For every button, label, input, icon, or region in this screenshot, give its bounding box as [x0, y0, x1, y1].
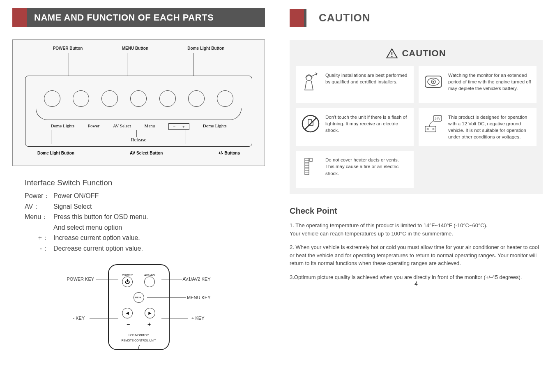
page-right: CAUTION CAUTION Quality installations ar…	[277, 0, 555, 295]
btn-label-av: AV Select	[113, 123, 131, 130]
device-diagram: POWER Button MENU Button Dome Light Butt…	[12, 39, 265, 166]
sw-power-v: Power ON/OFF	[53, 191, 99, 201]
check-p1: 1. The operating temperature of this pro…	[290, 222, 488, 228]
sw-minus-k: -：	[25, 243, 53, 254]
device-body: Dome Lights Power AV Select Menu − + Dom…	[25, 76, 252, 147]
remote-label-minus: - KEY	[73, 316, 85, 321]
caution-text-heater: Do not cover heater ducts or vents. This…	[325, 157, 409, 176]
remote-btn-power: ⏻	[122, 277, 133, 287]
sw-menu-k: Menu：	[25, 212, 53, 222]
switch-title: Interface Switch Function	[25, 178, 253, 187]
sw-menu-v2: And select menu option	[53, 222, 122, 233]
sw-av-v: Signal Select	[53, 201, 92, 212]
btn-label-menu: Menu	[145, 123, 155, 130]
check-p1b: Your vehicle can reach temperatures up t…	[290, 231, 453, 237]
caution-card-touch: Don't touch the unit if there is a flash…	[296, 108, 414, 146]
btn-menu	[130, 90, 147, 107]
remote-pm-plus: +	[147, 321, 151, 327]
remote-pm-minus: −	[127, 321, 130, 327]
svg-point-1	[391, 56, 393, 57]
sw-power-k: Power：	[25, 191, 53, 201]
remote-btn-av	[144, 277, 155, 287]
btn-av-select	[101, 90, 118, 107]
remote-diagram: POWER KEY AV1/AV2 KEY MENU KEY - KEY + K…	[12, 264, 265, 350]
label-power-btn: POWER Button	[53, 46, 83, 51]
remote-tiny-av: AV1/AV2	[144, 274, 155, 277]
label-av-bottom: AV Select Button	[74, 151, 219, 155]
caution-text-touch: Don't touch the unit if there is a flash…	[325, 114, 409, 134]
svg-point-13	[433, 128, 434, 130]
no-touch-icon	[301, 114, 320, 134]
caution-card-install: Quality installations are best performed…	[296, 66, 414, 103]
remote-body: POWER ⏻ AV1/AV2 MENU ◄ ► −	[108, 264, 170, 350]
header-accent-r	[290, 9, 304, 27]
installer-icon	[301, 72, 320, 92]
device-shape	[36, 108, 242, 120]
remote-label-power: POWER KEY	[67, 277, 94, 281]
btn-label-pm: − +	[168, 123, 189, 130]
remote-btn-plus: ►	[145, 308, 155, 318]
header-bar-left: NAME AND FUNCTION OF EACH PARTS	[12, 8, 265, 27]
check-point-section: Check Point 1. The operating temperature…	[290, 206, 543, 281]
switch-function-section: Interface Switch Function Power：Power ON…	[12, 178, 265, 254]
remote-bottom-1: LCD MONITOR	[109, 332, 169, 338]
page-number-right: 4	[277, 280, 555, 287]
voltage-icon: 24V	[424, 114, 443, 134]
btn-minus	[159, 90, 176, 107]
label-menu-btn: MENU Button	[122, 46, 148, 51]
caution-title: CAUTION	[402, 48, 446, 59]
svg-rect-23	[310, 158, 312, 161]
sw-av-k: AV：	[25, 201, 53, 212]
caution-card-watch: Watching the monitor for an extended per…	[419, 66, 537, 103]
remote-btn-minus: ◄	[122, 308, 133, 318]
caution-text-volt: This product is designed for operation w…	[448, 114, 532, 140]
header-title-right: CAUTION	[306, 8, 382, 28]
remote-label-plus: + KEY	[191, 316, 205, 321]
page-number-left: 7	[0, 344, 277, 350]
svg-point-12	[427, 128, 428, 130]
header-title-left: NAME AND FUNCTION OF EACH PARTS	[27, 8, 265, 27]
btn-label-power: Power	[88, 123, 99, 130]
remote-label-menu: MENU KEY	[187, 295, 210, 300]
remote-tiny-power: POWER	[122, 274, 133, 277]
check-p2: 2. When your vehicle is extremely hot or…	[290, 243, 543, 267]
sw-minus-v: Decrease current option value.	[53, 243, 143, 254]
remote-btn-menu: MENU	[134, 292, 144, 303]
btn-label-dome-l: Dome Lights	[51, 123, 74, 130]
btn-label-dome-r: Dome Lights	[203, 123, 227, 130]
btn-dome-right	[217, 90, 233, 107]
label-pm-bottom: +/- Buttons	[219, 151, 240, 155]
caution-card-heater: Do not cover heater ducts or vents. This…	[296, 151, 414, 188]
btn-plus	[188, 90, 205, 107]
caution-card-volt: 24V This product is designed for operati…	[419, 108, 537, 146]
label-dome-bottom: Dome Light Button	[37, 151, 74, 155]
remote-bottom-2: REMOTE CONTROL UNIT	[109, 338, 169, 343]
sw-plus-v: Increase current option value.	[53, 233, 140, 243]
warning-icon	[386, 48, 398, 58]
btn-power	[73, 90, 89, 107]
caution-panel: CAUTION Quality installations are best p…	[290, 40, 543, 194]
caution-text-watch: Watching the monitor for an extended per…	[448, 72, 532, 92]
sw-plus-k: +：	[25, 233, 53, 243]
svg-point-6	[433, 81, 434, 83]
sw-menu-v1: Press this button for OSD menu.	[53, 212, 148, 222]
label-dome-btn: Dome Light Button	[187, 46, 224, 51]
header-bar-right: CAUTION	[290, 8, 543, 28]
remote-label-av: AV1/AV2 KEY	[182, 277, 210, 281]
caution-text-install: Quality installations are best performed…	[325, 72, 409, 85]
check-title: Check Point	[290, 206, 543, 216]
eye-icon	[424, 72, 443, 92]
btn-dome-left	[44, 90, 60, 107]
header-accent	[12, 8, 27, 27]
heater-icon	[301, 157, 320, 176]
svg-text:24V: 24V	[435, 117, 441, 120]
page-left: NAME AND FUNCTION OF EACH PARTS POWER Bu…	[0, 0, 277, 358]
